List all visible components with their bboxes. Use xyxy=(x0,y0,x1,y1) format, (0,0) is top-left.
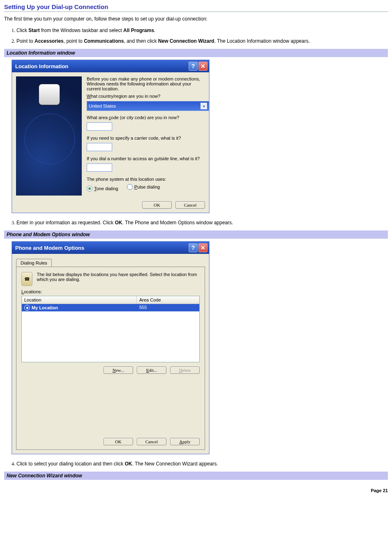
ok-button[interactable]: OK xyxy=(142,201,172,209)
radio-selected-icon xyxy=(24,305,30,311)
locations-label: Locations: xyxy=(21,289,200,294)
step-4: Click to select your dialing location an… xyxy=(16,460,388,467)
description-text: The list below displays the locations yo… xyxy=(37,272,200,282)
location-area-code: 555 xyxy=(137,304,199,311)
col-location[interactable]: Location xyxy=(22,296,137,304)
sidebar-graphic xyxy=(16,76,82,196)
step-2: Point to Accessories, point to Communica… xyxy=(16,37,388,45)
titlebar: Phone and Modem Options ? ✕ xyxy=(12,242,209,254)
ok-button[interactable]: OK xyxy=(104,438,133,445)
section-title: Setting Up your Dial-up Connection xyxy=(4,3,388,12)
tone-dialing-radio[interactable]: Tone dialing xyxy=(87,186,118,191)
dialog-title: Phone and Modem Options xyxy=(15,245,188,251)
list-header: Location Area Code xyxy=(22,296,199,304)
col-area-code[interactable]: Area Code xyxy=(137,296,199,304)
tab-dialing-rules[interactable]: Dialing Rules xyxy=(16,259,52,267)
page-number: Page 21 xyxy=(4,488,388,493)
carrier-code-input[interactable] xyxy=(87,143,112,151)
caption-new-connection-wizard: New Connection Wizard window xyxy=(4,472,388,480)
country-value: United States xyxy=(89,104,116,108)
intro-text: The first time you turn your computer on… xyxy=(4,16,388,22)
delete-button[interactable]: Delete xyxy=(170,366,200,374)
locations-list[interactable]: Location Area Code My Location 555 xyxy=(21,296,200,362)
dialog-title: Location Information xyxy=(15,63,188,69)
phone-modem-dialog: Phone and Modem Options ? ✕ Dialing Rule… xyxy=(12,241,210,454)
intro-paragraph: Before you can make any phone or modem c… xyxy=(87,76,205,91)
radio-icon xyxy=(127,184,133,190)
list-item[interactable]: My Location 555 xyxy=(22,304,199,311)
globe-icon xyxy=(24,113,75,164)
area-code-input[interactable] xyxy=(87,122,112,131)
step-3: Enter in your information as requested. … xyxy=(16,219,388,226)
country-select[interactable]: United States ▾ xyxy=(87,101,209,111)
caption-location-info: Location Information window xyxy=(4,49,388,57)
titlebar: Location Information ? ✕ xyxy=(12,60,209,72)
radio-selected-icon xyxy=(87,186,92,191)
cancel-button[interactable]: Cancel xyxy=(175,201,205,209)
outside-line-input[interactable] xyxy=(87,164,112,172)
country-label: What country/region are you in now? xyxy=(87,94,205,99)
outside-line-label: If you dial a number to access an outsid… xyxy=(87,156,205,161)
area-code-label: What area code (or city code) are you in… xyxy=(87,115,205,120)
apply-button[interactable]: Apply xyxy=(170,438,200,445)
edit-button[interactable]: Edit... xyxy=(137,366,166,374)
close-icon[interactable]: ✕ xyxy=(198,243,208,252)
help-icon[interactable]: ? xyxy=(189,243,198,252)
location-name: My Location xyxy=(32,305,58,310)
phone-system-label: The phone system at this location uses: xyxy=(87,177,205,182)
chevron-down-icon: ▾ xyxy=(201,103,207,109)
cancel-button[interactable]: Cancel xyxy=(137,438,166,445)
step-1: Click Start from the Windows taskbar and… xyxy=(16,27,388,34)
new-button[interactable]: New... xyxy=(104,366,133,374)
caption-phone-modem: Phone and Modem Options window xyxy=(4,230,388,239)
pulse-dialing-radio[interactable]: Pulse dialing xyxy=(127,184,160,190)
phone-icon xyxy=(39,84,60,105)
phone-icon: ☎ xyxy=(21,272,32,286)
location-information-dialog: Location Information ? ✕ Before you can … xyxy=(12,60,210,213)
carrier-code-label: If you need to specify a carrier code, w… xyxy=(87,136,205,140)
close-icon[interactable]: ✕ xyxy=(198,62,208,71)
help-icon[interactable]: ? xyxy=(189,62,198,71)
